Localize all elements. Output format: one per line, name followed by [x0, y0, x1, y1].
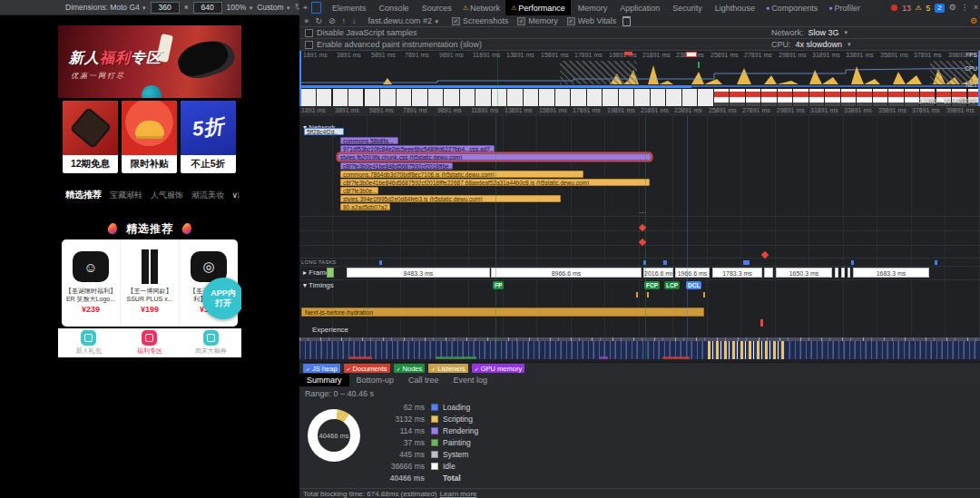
- profile-select[interactable]: fast.dewu.com #2 ▾: [368, 16, 439, 25]
- save-profile-icon[interactable]: ↓: [352, 17, 357, 25]
- counter-chip[interactable]: ✓ JS heap: [303, 364, 340, 373]
- clear-icon[interactable]: ⊘: [328, 17, 336, 25]
- net-axis-label: NET: [965, 82, 977, 88]
- cpu-throttle-select[interactable]: 4x slowdown: [796, 40, 843, 49]
- frame-segment[interactable]: 1683.3 ms: [853, 268, 929, 278]
- frame-segment[interactable]: 1783.3 ms: [712, 268, 762, 278]
- category-tab-active[interactable]: 精选推荐: [65, 189, 102, 201]
- inspect-element-icon[interactable]: ⌖: [299, 4, 311, 12]
- counter-chip[interactable]: ✓ GPU memory: [472, 364, 524, 373]
- frame-segment[interactable]: 1650.3 ms: [776, 268, 832, 278]
- devtools-tab[interactable]: Elements: [325, 0, 372, 15]
- timeline-tracks[interactable]: ▾ Network 5ff28c4f2d..commons.58b8fa...9…: [299, 116, 980, 359]
- frame-segment[interactable]: [841, 268, 845, 278]
- tab-status-icon: ⚠: [511, 5, 516, 12]
- hydration-timing-bar[interactable]: Next-js-before-hydration: [301, 308, 704, 317]
- network-request-bar[interactable]: 5ff28c4f2d..: [304, 128, 344, 135]
- devtools-tab[interactable]: ● Components: [760, 0, 823, 15]
- record-icon[interactable]: ●: [304, 17, 309, 25]
- frame-segment[interactable]: [848, 268, 850, 278]
- frame-segment[interactable]: [764, 268, 773, 278]
- chevron-down-icon[interactable]: ∨: [229, 190, 238, 200]
- timing-badge[interactable]: LCP: [664, 281, 680, 289]
- issues-badge[interactable]: 2: [935, 4, 944, 13]
- network-request-bar[interactable]: styles.394e1f995d2e0d84feb3.js (h5static…: [340, 195, 561, 202]
- trash-icon[interactable]: [622, 16, 631, 26]
- zoom-value: 100%: [227, 3, 247, 12]
- timings-track-header[interactable]: ▾ Timings: [303, 281, 334, 289]
- close-icon[interactable]: ×: [974, 4, 978, 12]
- capture-settings-gear-icon[interactable]: ⚙: [970, 17, 977, 25]
- load-profile-icon[interactable]: ↑: [342, 17, 347, 25]
- paint-instrumentation-checkbox[interactable]: [305, 41, 313, 49]
- disable-js-checkbox[interactable]: [305, 29, 313, 37]
- open-in-app-button[interactable]: APP内 打开: [202, 278, 241, 319]
- experience-event-marker[interactable]: [760, 319, 763, 327]
- timeline-overview[interactable]: 1891 ms3891 ms5891 ms7891 ms9891 ms11891…: [299, 51, 980, 106]
- network-request-bar[interactable]: 80.a2ad5db07a2...: [340, 203, 390, 210]
- devtools-tab[interactable]: ⚠ Network: [457, 0, 505, 15]
- devtools-tab[interactable]: Lighthouse: [708, 0, 760, 15]
- devtools-tab[interactable]: ⚠ Performance: [505, 0, 571, 15]
- zoom-select[interactable]: 100% ▾: [227, 3, 253, 12]
- network-request-bar[interactable]: c8f7fe3b0e...: [340, 187, 378, 194]
- frame-segment[interactable]: 8483.3 ms: [347, 268, 490, 278]
- details-tab[interactable]: Bottom-up: [349, 374, 402, 386]
- category-tab[interactable]: 潮流美妆: [191, 190, 224, 201]
- devtools-tab[interactable]: Security: [665, 0, 708, 15]
- screenshot-filmstrip[interactable]: [301, 89, 980, 106]
- devtools-tab[interactable]: ● Profiler: [823, 0, 866, 15]
- frame-segment[interactable]: 2016.6 ms: [643, 268, 673, 278]
- product-item[interactable]: ☺ 【圣诞限时福利】 ER 笑脸大Logo... ¥239: [62, 239, 121, 327]
- product-item[interactable]: 【王一博同款】 SSUR PLUS x... ¥199: [121, 239, 180, 327]
- counter-chip[interactable]: ✓ Nodes: [394, 364, 426, 373]
- counter-chip[interactable]: ✓ Documents: [344, 364, 390, 373]
- promo-banner[interactable]: 新人福利专区 优惠一网打尽: [58, 25, 241, 98]
- viewport-width-input[interactable]: [151, 2, 180, 14]
- frame-segment[interactable]: 1966.6 ms: [675, 268, 710, 278]
- frame-segment[interactable]: [327, 268, 334, 278]
- viewport-height-input[interactable]: [193, 2, 222, 14]
- network-request-bar[interactable]: 971df53bc10fc84e2dc5eee6bc5489fd6227bb4.…: [340, 145, 495, 152]
- settings-gear-icon[interactable]: ⚙: [949, 4, 956, 12]
- network-request-bar[interactable]: commons.7864db3d70bdf8ec7106.js (h5stati…: [340, 171, 583, 178]
- timing-badge[interactable]: DCL: [686, 281, 701, 289]
- bottom-nav-item[interactable]: 福利专区: [119, 328, 180, 357]
- bottom-nav-item[interactable]: 周末大额券: [181, 328, 241, 357]
- frame-segment[interactable]: 8966.6 ms: [491, 268, 642, 278]
- more-options-icon[interactable]: ⋮: [961, 4, 969, 12]
- devtools-tab[interactable]: Memory: [571, 0, 613, 15]
- device-toggle-icon[interactable]: [311, 2, 321, 14]
- timing-badge[interactable]: FP: [493, 281, 504, 289]
- network-request-bar[interactable]: styles.fb2019fa.chunk.css (h5static.dewu…: [338, 153, 652, 161]
- devtools-tab[interactable]: Console: [372, 0, 415, 15]
- category-tab[interactable]: 宝藏潮鞋: [110, 190, 142, 201]
- frame-segment[interactable]: [835, 268, 838, 278]
- learn-more-link[interactable]: Learn more: [440, 490, 477, 498]
- capture-checkbox[interactable]: ✓ Screenshots: [452, 16, 508, 25]
- counter-chip[interactable]: ✓ Listeners: [428, 364, 467, 373]
- throttle-select[interactable]: Custom ▾: [257, 3, 289, 12]
- device-dimensions-select[interactable]: Dimensions: Moto G4 ▾: [65, 3, 146, 12]
- category-tab[interactable]: 人气服饰: [151, 190, 183, 201]
- ruler-tick-label: 31891 ms: [810, 107, 838, 113]
- network-request-bar[interactable]: c8f7fe3b0e41be846d5687592cf2018ff6e...: [340, 162, 453, 170]
- promo-card[interactable]: 12期免息: [63, 101, 118, 173]
- timing-badge[interactable]: FCP: [644, 281, 660, 289]
- reload-record-icon[interactable]: ↻: [315, 17, 322, 25]
- devtools-tab[interactable]: Sources: [415, 0, 457, 15]
- devtools-tab[interactable]: Application: [612, 0, 665, 15]
- warning-count[interactable]: 5: [926, 4, 930, 13]
- details-tab[interactable]: Summary: [299, 374, 349, 386]
- promo-card[interactable]: 限时补贴: [122, 101, 177, 173]
- main-thread-flamechart[interactable]: [299, 337, 980, 359]
- capture-checkbox[interactable]: ✓ Web Vitals: [567, 16, 617, 25]
- details-tab[interactable]: Event log: [446, 374, 495, 386]
- error-count[interactable]: 13: [902, 4, 910, 13]
- bottom-nav-item[interactable]: 新人礼包: [58, 328, 119, 357]
- capture-checkbox[interactable]: ✓ Memory: [517, 16, 558, 25]
- network-throttle-select[interactable]: Slow 3G: [808, 28, 839, 37]
- network-request-bar[interactable]: commons.58b8fa...: [340, 137, 398, 144]
- promo-card[interactable]: 5折 不止5折: [181, 101, 236, 173]
- details-tab[interactable]: Call tree: [401, 374, 446, 386]
